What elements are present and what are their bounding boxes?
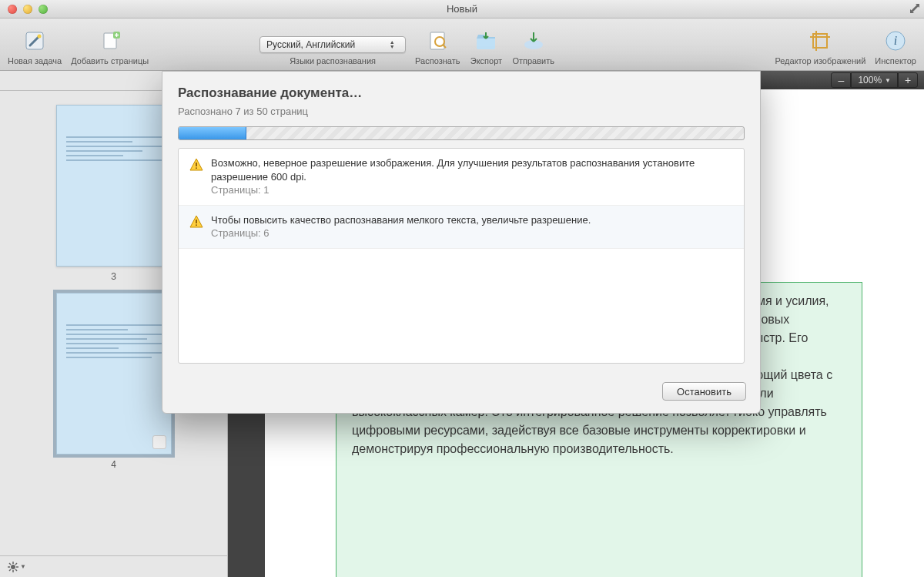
recognize-button[interactable]: Распознать xyxy=(415,27,460,65)
language-value: Русский, Английский xyxy=(266,39,355,50)
thumbnail-page-selected[interactable] xyxy=(56,293,172,455)
svg-rect-32 xyxy=(196,220,197,223)
svg-line-18 xyxy=(15,569,17,571)
send-icon xyxy=(517,27,551,55)
new-task-button[interactable]: Новая задача xyxy=(8,27,62,65)
toolbar: Новая задача Добавить страницы Русский, … xyxy=(0,18,924,71)
language-select[interactable]: Русский, Английский ▲▼ xyxy=(259,36,406,53)
zoom-level-label: 100% xyxy=(858,75,882,86)
sidebar-footer: ▼ xyxy=(0,555,227,577)
chevron-down-icon: ▼ xyxy=(885,77,891,84)
warning-row[interactable]: Чтобы повысить качество распознавания ме… xyxy=(179,206,744,249)
fullscreen-icon[interactable] xyxy=(909,2,921,15)
svg-rect-31 xyxy=(196,167,197,169)
export-label: Экспорт xyxy=(470,56,502,65)
send-label: Отправить xyxy=(512,56,554,65)
zoom-out-button[interactable]: – xyxy=(831,72,851,88)
warning-text: Возможно, неверное разрешение изображени… xyxy=(211,156,733,183)
updown-icon: ▲▼ xyxy=(385,40,399,49)
svg-line-19 xyxy=(9,569,11,571)
progress-sheet: Распознавание документа… Распознано 7 из… xyxy=(162,71,761,414)
sheet-title: Распознавание документа… xyxy=(178,86,745,101)
warning-list[interactable]: Возможно, неверное разрешение изображени… xyxy=(178,148,745,364)
svg-point-1 xyxy=(38,35,42,39)
thumbnail-number: 3 xyxy=(111,271,116,282)
svg-point-12 xyxy=(11,565,15,569)
warning-pages: Страницы: 6 xyxy=(211,226,591,240)
zoom-in-button[interactable]: + xyxy=(898,72,918,88)
svg-text:i: i xyxy=(894,34,897,47)
folder-export-icon xyxy=(469,27,503,55)
add-pages-label: Добавить страницы xyxy=(71,56,149,65)
svg-line-17 xyxy=(9,563,11,565)
svg-line-20 xyxy=(15,563,17,565)
svg-rect-30 xyxy=(196,163,197,166)
thumbnail-badge-icon xyxy=(152,435,166,449)
info-icon: i xyxy=(879,27,912,55)
zoom-controls: – 100% ▼ + xyxy=(831,72,918,88)
zoom-level-dropdown[interactable]: 100% ▼ xyxy=(851,72,898,88)
thumbnail-page[interactable] xyxy=(56,105,172,267)
send-button[interactable]: Отправить xyxy=(512,27,554,65)
gear-icon[interactable]: ▼ xyxy=(8,562,26,572)
recognize-label: Распознать xyxy=(415,56,460,65)
window-title: Новый xyxy=(0,3,924,15)
export-button[interactable]: Экспорт xyxy=(469,27,503,65)
crop-icon xyxy=(803,27,837,55)
language-group: Русский, Английский ▲▼ Языки распознаван… xyxy=(259,36,406,65)
svg-rect-33 xyxy=(196,224,197,226)
inspector-button[interactable]: i Инспектор xyxy=(875,27,916,65)
image-editor-label: Редактор изображений xyxy=(775,56,865,65)
progress-fill xyxy=(179,127,246,139)
warning-icon xyxy=(189,158,203,172)
stop-button[interactable]: Остановить xyxy=(662,382,746,401)
add-pages-button[interactable]: Добавить страницы xyxy=(71,27,149,65)
language-label: Языки распознавания xyxy=(290,56,376,65)
sheet-subtitle: Распознано 7 из 50 страниц xyxy=(178,106,745,117)
warning-icon xyxy=(189,215,203,229)
ocr-icon xyxy=(420,27,454,55)
titlebar: Новый xyxy=(0,0,924,18)
svg-rect-4 xyxy=(430,32,444,49)
warning-pages: Страницы: 1 xyxy=(211,183,733,197)
thumbnail[interactable]: 4 xyxy=(56,293,172,470)
wand-icon xyxy=(18,27,52,55)
inspector-label: Инспектор xyxy=(875,56,916,65)
add-page-icon xyxy=(93,27,127,55)
image-editor-button[interactable]: Редактор изображений xyxy=(775,27,865,65)
new-task-label: Новая задача xyxy=(8,56,62,65)
warning-row[interactable]: Возможно, неверное разрешение изображени… xyxy=(179,149,744,206)
svg-rect-7 xyxy=(813,34,827,48)
thumbnail[interactable]: 3 xyxy=(56,105,172,282)
thumbnail-number: 4 xyxy=(111,459,116,470)
warning-text: Чтобы повысить качество распознавания ме… xyxy=(211,213,591,227)
progress-bar xyxy=(178,126,745,140)
